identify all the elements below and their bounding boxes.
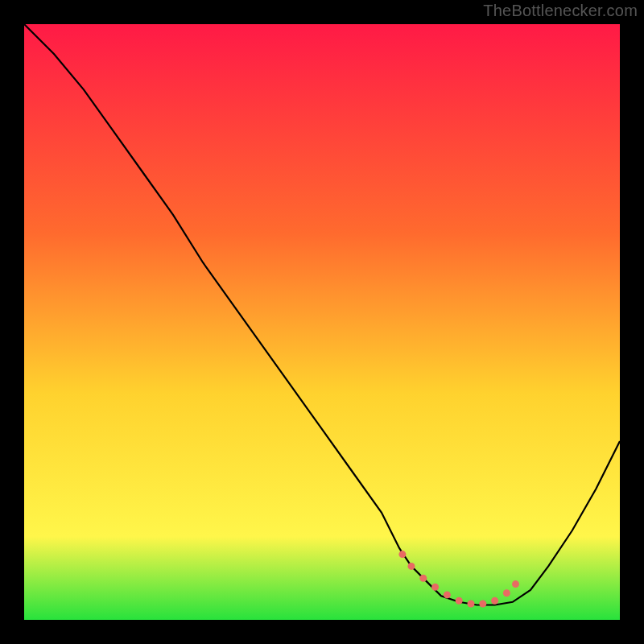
marker-dot	[512, 580, 519, 588]
watermark-text: TheBottlenecker.com	[483, 2, 638, 20]
marker-dot	[491, 597, 498, 605]
marker-dot	[408, 563, 415, 570]
marker-dot	[503, 589, 510, 597]
marker-dot	[431, 584, 439, 591]
chart-svg	[24, 24, 620, 620]
marker-dot	[398, 551, 406, 558]
marker-dot	[479, 601, 486, 608]
marker-dot	[456, 597, 463, 605]
marker-dot	[468, 601, 475, 608]
marker-dot	[444, 591, 451, 598]
gradient-background	[24, 24, 620, 620]
marker-dot	[419, 575, 427, 582]
plot-area	[24, 24, 620, 620]
chart-frame: TheBottlenecker.com	[0, 0, 644, 644]
